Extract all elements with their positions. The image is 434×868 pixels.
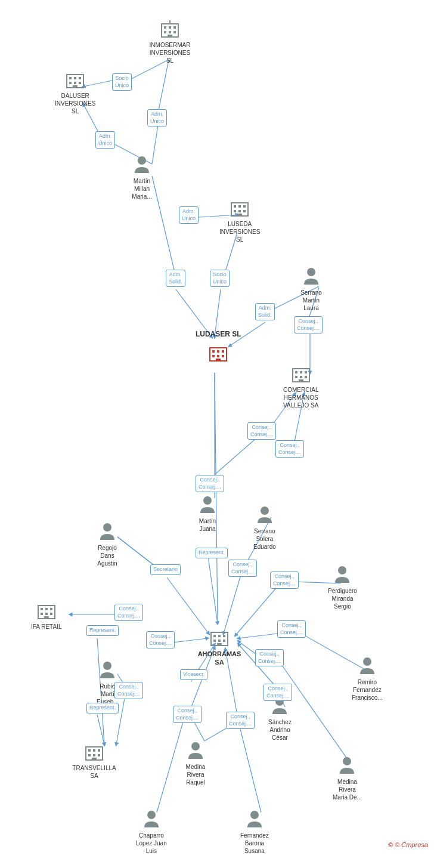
rel-box-represent-3[interactable]: Represent. <box>86 703 119 713</box>
svg-rect-112 <box>217 643 222 645</box>
person-icon-serrano-solera <box>254 504 275 526</box>
svg-rect-75 <box>237 214 242 216</box>
svg-rect-53 <box>173 26 176 29</box>
rel-box-socio-unico-2[interactable]: SocioÚnico <box>210 270 230 287</box>
rel-box-secretario[interactable]: Secretario <box>150 564 181 575</box>
svg-rect-72 <box>234 210 236 212</box>
svg-point-76 <box>307 268 315 276</box>
svg-rect-73 <box>238 210 241 212</box>
svg-line-5 <box>152 125 158 164</box>
person-icon-remiro <box>356 655 378 677</box>
rel-box-represent-1[interactable]: Represent. <box>196 548 228 558</box>
label-regojo: RegojoDansAgustin <box>97 544 117 567</box>
node-medina-raquel: MedinaRiveraRaquel <box>185 740 206 786</box>
label-remiro: RemiroFernandezFrancisco... <box>352 678 383 702</box>
rel-box-adm-unico-3[interactable]: Adm.Único <box>179 206 199 224</box>
rel-box-adm-unico-1[interactable]: Adm.Único <box>147 109 167 126</box>
label-transvelilla: TRANSVELILLA SA <box>70 764 118 780</box>
rel-box-adm-solid-2[interactable]: Adm.Solid. <box>255 303 275 320</box>
rel-box-consej-14[interactable]: Consej.,Consej.... <box>226 712 255 729</box>
rel-box-consej-9[interactable]: Consej.,Consej.... <box>277 620 306 638</box>
rel-box-consej-7[interactable]: Consej.,Consej.... <box>114 604 143 621</box>
node-comercial-hermanos: COMERCIALHERMANOSVALLEJO SA <box>283 363 318 409</box>
watermark: © © Cmpresa <box>388 841 428 848</box>
label-serrano-solera: SerranoSoleraEduardo <box>253 527 276 551</box>
rel-box-represent-2[interactable]: Represent. <box>86 625 119 636</box>
svg-rect-87 <box>300 371 302 373</box>
svg-rect-88 <box>305 371 307 373</box>
svg-line-24 <box>167 577 209 634</box>
rel-box-consej-10[interactable]: Consej.,Consej.... <box>255 649 284 666</box>
svg-rect-111 <box>223 640 225 642</box>
svg-rect-63 <box>69 82 72 84</box>
label-martin-millan: MartínMillanMaria... <box>132 177 151 200</box>
svg-rect-106 <box>213 635 216 637</box>
rel-box-consej-11[interactable]: Consej.,Consej.... <box>114 682 143 699</box>
svg-rect-100 <box>50 608 52 610</box>
svg-rect-64 <box>74 82 76 84</box>
svg-rect-83 <box>222 355 224 357</box>
svg-rect-118 <box>93 749 95 752</box>
svg-line-34 <box>97 715 104 745</box>
rel-box-consej-2[interactable]: Consej.,Consej.... <box>247 422 276 440</box>
svg-point-113 <box>103 662 111 670</box>
rel-box-consej-5[interactable]: Consej.,Consej.... <box>228 560 257 577</box>
svg-rect-120 <box>88 754 91 756</box>
svg-rect-52 <box>169 26 171 29</box>
person-icon-serrano-martin <box>300 265 322 287</box>
rel-box-consej-6[interactable]: Consej.,Consej.... <box>270 572 299 589</box>
connection-lines <box>0 0 434 853</box>
node-ludaser: LUDASER SL <box>196 328 241 363</box>
svg-rect-65 <box>79 82 81 84</box>
rel-box-consej-12[interactable]: Consej.,Consej.... <box>264 684 292 701</box>
svg-rect-90 <box>300 376 302 378</box>
svg-rect-119 <box>98 749 100 752</box>
node-chaparro: ChaparroLopez JuanLuis <box>136 808 167 855</box>
building-icon-ahorramas <box>209 626 230 648</box>
node-ahorramas: AHORRAMAS SA <box>196 626 243 667</box>
rel-box-consej-3[interactable]: Consej.,Consej.... <box>275 440 304 458</box>
building-icon-luseda <box>229 197 250 218</box>
svg-line-48 <box>209 561 218 623</box>
watermark-icon: © <box>388 841 393 848</box>
rel-box-consej-13[interactable]: Consej.,Consej.... <box>173 706 202 723</box>
rel-box-adm-solid-1[interactable]: Adm.Solid. <box>166 270 185 287</box>
svg-point-95 <box>103 523 111 532</box>
svg-rect-101 <box>41 613 43 615</box>
rel-box-consej-8[interactable]: Consej.,Consej.... <box>146 631 175 648</box>
person-icon-martin-juana <box>197 494 218 515</box>
svg-rect-66 <box>73 85 78 88</box>
rel-box-consej-4[interactable]: Consej.,Consej.... <box>196 475 224 492</box>
node-luseda: LUSEDAINVERSIONESSL <box>219 197 260 243</box>
svg-rect-57 <box>168 35 172 37</box>
svg-rect-89 <box>295 376 297 378</box>
svg-rect-117 <box>88 749 91 752</box>
rel-box-consej-1[interactable]: Consej.,Consej.... <box>294 316 323 333</box>
svg-rect-81 <box>212 355 215 357</box>
svg-point-67 <box>138 156 146 165</box>
person-icon-medina-maria <box>336 755 358 776</box>
svg-rect-79 <box>217 350 219 353</box>
svg-line-44 <box>157 716 185 813</box>
svg-rect-86 <box>295 371 297 373</box>
svg-point-127 <box>250 811 259 819</box>
building-icon-comercial <box>290 363 312 384</box>
node-inmosermar: INMOSERMAR INVERSIONES SL <box>146 18 194 64</box>
building-icon-ludaser <box>207 342 229 363</box>
rel-box-adm-unico-2[interactable]: Adm.Único <box>95 131 115 149</box>
svg-point-124 <box>191 742 200 750</box>
svg-point-126 <box>147 811 156 819</box>
label-ifa-retail: IFA RETAIL <box>31 623 62 631</box>
node-serrano-solera: SerranoSoleraEduardo <box>253 504 276 551</box>
node-medina-maria: MedinaRiveraMaria De... <box>333 755 362 801</box>
svg-rect-109 <box>213 640 216 642</box>
rel-box-socio-unico-1[interactable]: SocioÚnico <box>112 73 132 91</box>
svg-rect-84 <box>216 359 221 361</box>
person-icon-chaparro <box>141 808 162 830</box>
node-serrano-martin: SerranoMartínLaura <box>300 265 322 312</box>
node-regojo: RegojoDansAgustin <box>97 521 118 567</box>
rel-box-vicesecr[interactable]: Vicesecr. <box>180 669 207 680</box>
svg-point-96 <box>338 566 346 574</box>
svg-rect-121 <box>93 754 95 756</box>
svg-point-114 <box>363 657 371 666</box>
